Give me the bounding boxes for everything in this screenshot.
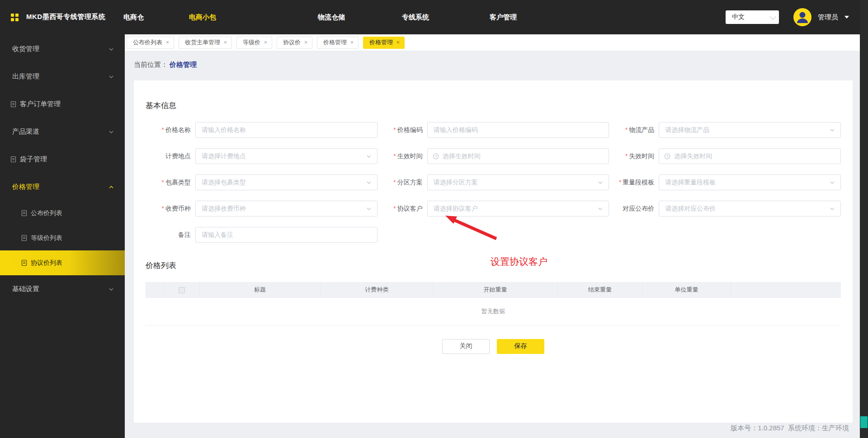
chevron-down-icon [830,206,835,212]
price-code-input-label: *价格编码 [377,126,427,134]
tab-label: 价格管理 [323,38,347,47]
required-asterisk: * [393,152,396,160]
billing-location-select[interactable]: 请选择计费地点 [195,148,377,164]
tab-level-price[interactable]: 等级价× [236,37,272,49]
tab-agreement-price[interactable]: 协议价× [277,37,312,49]
user-name[interactable]: 管理员 [818,13,838,22]
nav-item-logistics-storage[interactable]: 物流仓储 [318,0,345,34]
tab-close-icon[interactable]: × [350,40,354,45]
chevron-down-icon [598,206,603,212]
published-price-select[interactable]: 请选择对应公布价 [659,201,841,217]
effective-time-picker-label: *生效时间 [377,152,427,160]
select-all-checkbox[interactable] [179,287,185,293]
save-button[interactable]: 保存 [497,339,544,354]
required-asterisk: * [625,126,627,133]
language-select[interactable]: 中文 [726,10,779,24]
tab-price-management-1[interactable]: 价格管理× [317,37,359,49]
form-actions: 关闭 保存 [146,339,841,354]
sidebar-item-bag-management-label: 袋子管理 [20,155,47,164]
breadcrumb: 当前位置：价格管理 [134,61,197,69]
parcel-type-select-field: *包裹类型请选择包裹类型 [146,174,377,190]
clock-icon [433,153,439,160]
charge-currency-select[interactable]: 请选择收费币种 [195,201,377,217]
price-code-input[interactable]: 请输入价格编码 [427,122,609,138]
published-price-select-field: 对应公布价请选择对应公布价 [609,201,841,217]
tab-label: 协议价 [283,38,301,47]
expiry-time-picker[interactable]: 选择失效时间 [659,148,841,164]
tab-label: 公布价列表 [133,38,162,47]
published-price-select-label: 对应公布价 [609,205,659,213]
logistics-product-select[interactable]: 请选择物流产品 [659,122,841,138]
right-edge-strip[interactable] [860,0,868,438]
table-col-spacer [146,282,164,297]
sidebar-item-outbound[interactable]: 出库管理 [0,63,125,90]
clock-icon [664,153,670,160]
required-asterisk: * [393,205,396,212]
sidebar-item-agreement-price-list-label: 协议价列表 [31,259,62,267]
tab-label: 价格管理 [369,38,393,47]
nav-item-ecommerce-parcel[interactable]: 电商小包 [189,0,216,34]
zone-plan-select-placeholder: 请选择分区方案 [428,179,598,187]
nav-item-dedicated-line[interactable]: 专线系统 [402,0,429,34]
tab-close-icon[interactable]: × [304,40,307,45]
agreement-customer-select[interactable]: 请选择协议客户 [427,201,609,217]
version-info: 版本号：1.0.2857 系统环境：生产环境 [731,424,849,433]
sidebar-item-outbound-label: 出库管理 [12,72,39,81]
nav-item-customer-management[interactable]: 客户管理 [490,0,517,34]
effective-time-picker[interactable]: 选择生效时间 [427,148,609,164]
sidebar-item-published-price-list[interactable]: 公布价列表 [0,201,125,226]
required-asterisk: * [393,179,396,186]
logistics-product-select-field: *物流产品请选择物流产品 [609,122,841,138]
tab-published-price-list[interactable]: 公布价列表× [127,37,174,49]
price-list-title: 价格列表 [146,261,841,271]
remark-input[interactable]: 请输入备注 [195,227,377,243]
sidebar-item-customer-orders[interactable]: 客户订单管理 [0,90,125,118]
tab-receiving-master-order[interactable]: 收货主单管理× [179,37,232,49]
close-button[interactable]: 关闭 [442,339,490,354]
caret-down-icon[interactable] [844,16,849,19]
tab-close-icon[interactable]: × [264,40,267,45]
weight-segment-template-select-field: *重量段模板请选择重量段模板 [609,174,841,190]
parcel-type-select[interactable]: 请选择包裹类型 [195,174,377,190]
sidebar-item-product-channel[interactable]: 产品渠道 [0,118,125,146]
document-icon [21,210,27,217]
weight-segment-template-select[interactable]: 请选择重量段模板 [659,174,841,190]
avatar[interactable] [793,8,811,26]
chevron-down-icon [830,180,835,185]
chevron-down-icon [108,47,114,52]
sidebar-item-agreement-price-list[interactable]: 协议价列表 [0,250,125,275]
sidebar: 收货管理出库管理客户订单管理产品渠道袋子管理价格管理公布价列表等级价列表协议价列… [0,34,125,438]
sidebar-item-level-price-list-label: 等级价列表 [31,234,62,242]
sidebar-item-level-price-list[interactable]: 等级价列表 [0,226,125,250]
chevron-down-icon [366,180,372,185]
price-name-input-field: *价格名称请输入价格名称 [146,122,377,138]
tab-close-icon[interactable]: × [166,40,169,45]
table-col-checkbox [164,282,199,297]
charge-currency-select-field: *收费币种请选择收费币种 [146,201,377,217]
sidebar-item-bag-management[interactable]: 袋子管理 [0,146,125,173]
expiry-time-picker-field: *失效时间选择失效时间 [609,148,841,164]
tab-close-icon[interactable]: × [396,40,400,45]
header-right: 中文 管理员 [726,0,849,34]
sidebar-item-receiving[interactable]: 收货管理 [0,35,125,63]
chevron-down-icon [108,287,114,292]
chevron-down-icon [598,180,603,185]
chevron-down-icon [108,287,114,292]
price-name-input[interactable]: 请输入价格名称 [195,122,377,138]
tab-close-icon[interactable]: × [224,40,227,45]
chevron-down-icon [598,206,603,212]
chevron-down-icon [366,206,372,212]
zone-plan-select-label: *分区方案 [377,179,427,187]
tab-price-management-2[interactable]: 价格管理× [363,37,405,49]
sidebar-item-customer-orders-label: 客户订单管理 [20,100,61,108]
document-icon [21,259,27,266]
document-icon [10,101,16,108]
nav-item-ecommerce-warehouse[interactable]: 电商仓 [123,0,144,34]
breadcrumb-current[interactable]: 价格管理 [170,61,197,68]
strip-indicator[interactable] [860,416,868,428]
agreement-customer-select-field: *协议客户请选择协议客户 [377,201,609,217]
sidebar-item-basic-settings[interactable]: 基础设置 [0,275,125,303]
sidebar-item-price-management[interactable]: 价格管理 [0,173,125,201]
zone-plan-select[interactable]: 请选择分区方案 [427,174,609,190]
chevron-down-icon [366,154,372,159]
